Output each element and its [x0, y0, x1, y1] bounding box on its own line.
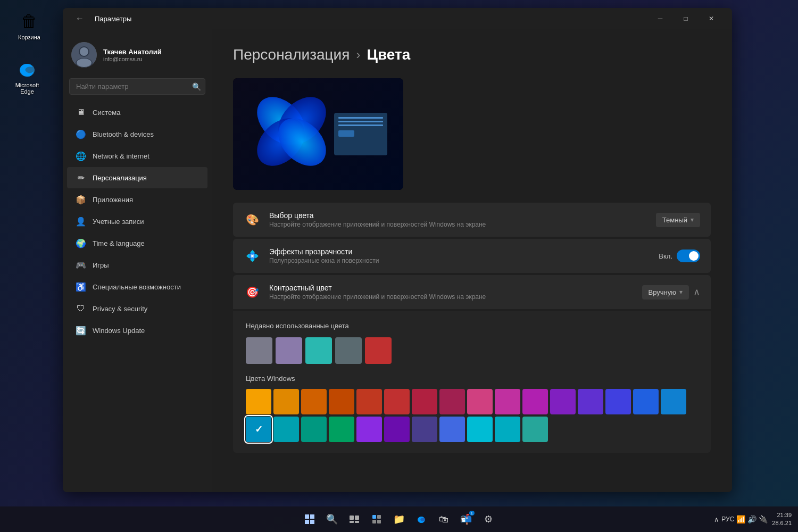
color-cell-16[interactable]: ✓ — [246, 417, 271, 442]
nav-icon-network: 🌐 — [76, 151, 86, 161]
color-cell-11[interactable] — [550, 389, 576, 414]
sidebar-item-system[interactable]: 🖥 Система — [67, 102, 207, 123]
color-cell-0[interactable] — [246, 389, 271, 414]
dropdown-color-choice[interactable]: Темный ▾ — [656, 213, 700, 227]
color-cell-3[interactable] — [329, 389, 354, 414]
setting-text-color-choice: Выбор цвета Настройте отображение прилож… — [269, 211, 486, 228]
preview-container — [233, 78, 403, 190]
color-cell-9[interactable] — [495, 389, 520, 414]
title-bar-controls: ─ □ ✕ — [648, 11, 724, 27]
setting-title-color-choice: Выбор цвета — [269, 211, 486, 220]
color-cell-extra-3[interactable] — [439, 417, 465, 442]
sidebar-item-bluetooth[interactable]: 🔵 Bluetooth & devices — [67, 123, 207, 145]
minimize-button[interactable]: ─ — [648, 11, 672, 27]
task-view-button[interactable] — [345, 510, 364, 529]
sidebar-item-update[interactable]: 🔄 Windows Update — [67, 320, 207, 341]
widgets-button[interactable] — [367, 510, 386, 529]
chevron-up-icon[interactable]: ∧ — [714, 516, 719, 523]
color-cell-13[interactable] — [605, 389, 631, 414]
color-cell-extra-6[interactable] — [522, 417, 548, 442]
sidebar-item-gaming[interactable]: 🎮 Игры — [67, 254, 207, 276]
setting-desc-transparency: Полупрозрачные окна и поверхности — [269, 257, 379, 264]
color-cell-extra-2[interactable] — [412, 417, 437, 442]
file-explorer-button[interactable]: 📁 — [389, 510, 409, 529]
color-cell-18[interactable] — [301, 417, 327, 442]
title-bar: ← Параметры ─ □ ✕ — [63, 8, 732, 29]
color-cell-19[interactable] — [329, 417, 354, 442]
recent-swatch-4[interactable] — [365, 337, 392, 364]
sidebar-item-privacy[interactable]: 🛡 Privacy & security — [67, 298, 207, 319]
store-button[interactable]: 🛍 — [434, 510, 453, 529]
start-button[interactable] — [300, 510, 319, 529]
nav-label-gaming: Игры — [93, 261, 109, 269]
settings-list: 🎨 Выбор цвета Настройте отображение прил… — [233, 203, 711, 453]
breadcrumb-parent[interactable]: Персонализация — [233, 46, 350, 63]
maximize-button[interactable]: □ — [674, 11, 698, 27]
dropdown-accent-color[interactable]: Вручную ▾ — [642, 285, 689, 300]
color-cell-17[interactable] — [273, 417, 299, 442]
search-input[interactable] — [69, 78, 205, 95]
color-cell-8[interactable] — [467, 389, 493, 414]
nav-icon-accounts: 👤 — [76, 216, 86, 227]
recent-color-swatches — [246, 337, 698, 364]
color-cell-7[interactable] — [439, 389, 465, 414]
setting-text-accent-color: Контрастный цвет Настройте отображение п… — [269, 284, 486, 301]
color-cell-extra-5[interactable] — [495, 417, 520, 442]
settings-taskbar-button[interactable]: ⚙ — [479, 510, 498, 529]
close-button[interactable]: ✕ — [699, 11, 724, 27]
taskbar-center: 🔍 📁 — [300, 510, 498, 529]
color-cell-14[interactable] — [633, 389, 659, 414]
title-bar-left: ← Параметры — [71, 12, 131, 26]
color-cell-extra-4[interactable] — [467, 417, 493, 442]
sidebar-item-accounts[interactable]: 👤 Учетные записи — [67, 211, 207, 232]
mail-button[interactable]: 📬 1 — [456, 510, 476, 529]
recent-swatch-1[interactable] — [276, 337, 302, 364]
sidebar-item-network[interactable]: 🌐 Network & internet — [67, 145, 207, 167]
settings-window: ← Параметры ─ □ ✕ — [63, 8, 732, 492]
nav-label-time: Time & language — [93, 239, 145, 247]
color-cell-extra-1[interactable] — [384, 417, 410, 442]
setting-icon-accent-color: 🎯 — [244, 284, 261, 301]
language-indicator: РУС — [721, 516, 734, 523]
back-button[interactable]: ← — [71, 12, 88, 26]
toggle-transparency[interactable] — [677, 250, 700, 262]
clock: 21:39 28.6.21 — [772, 511, 792, 528]
recent-swatch-0[interactable] — [246, 337, 272, 364]
toggle-label-transparency: Вкл. — [659, 252, 672, 260]
sidebar: Ткачев Анатолий info@comss.ru 🔍 🖥 Систем… — [63, 29, 212, 492]
color-cell-15[interactable] — [661, 389, 686, 414]
recent-colors-label: Недавно использованные цвета — [246, 322, 698, 330]
recent-swatch-3[interactable] — [335, 337, 362, 364]
color-cell-10[interactable] — [522, 389, 548, 414]
svg-rect-13 — [310, 520, 314, 524]
color-cell-extra-0[interactable] — [356, 417, 382, 442]
color-cell-6[interactable] — [412, 389, 437, 414]
recycle-bin-icon[interactable]: 🗑 Корзина — [11, 11, 48, 40]
color-cell-12[interactable] — [578, 389, 603, 414]
nav-label-accounts: Учетные записи — [93, 218, 144, 226]
nav-label-network: Network & internet — [93, 152, 149, 160]
color-cell-4[interactable] — [356, 389, 382, 414]
setting-desc-accent-color: Настройте отображение приложений и повер… — [269, 293, 486, 301]
color-cell-2[interactable] — [301, 389, 327, 414]
search-icon[interactable]: 🔍 — [192, 82, 201, 91]
edge-taskbar-button[interactable] — [412, 510, 431, 529]
breadcrumb-current: Цвета — [367, 46, 410, 63]
chevron-up-toggle-icon[interactable]: ∧ — [693, 286, 700, 298]
sidebar-item-accessibility[interactable]: ♿ Специальные возможности — [67, 276, 207, 297]
sidebar-item-apps[interactable]: 📦 Приложения — [67, 189, 207, 210]
chevron-down-icon: ▾ — [679, 288, 683, 296]
setting-row-transparency: 💠 Эффекты прозрачности Полупрозрачные ок… — [233, 239, 711, 273]
dropdown-label-color-choice: Темный — [662, 216, 687, 224]
edge-icon[interactable]: Microsoft Edge — [9, 59, 46, 95]
sidebar-item-time[interactable]: 🌍 Time & language — [67, 232, 207, 254]
svg-rect-15 — [355, 516, 359, 520]
color-cell-1[interactable] — [273, 389, 299, 414]
sidebar-item-personalization[interactable]: ✏ Персонализация — [67, 167, 207, 188]
user-profile[interactable]: Ткачев Анатолий info@comss.ru — [63, 36, 212, 78]
speaker-icon: 🔊 — [747, 515, 757, 523]
content-area: Ткачев Анатолий info@comss.ru 🔍 🖥 Систем… — [63, 29, 732, 492]
search-taskbar-button[interactable]: 🔍 — [322, 510, 342, 529]
recent-swatch-2[interactable] — [305, 337, 332, 364]
color-cell-5[interactable] — [384, 389, 410, 414]
